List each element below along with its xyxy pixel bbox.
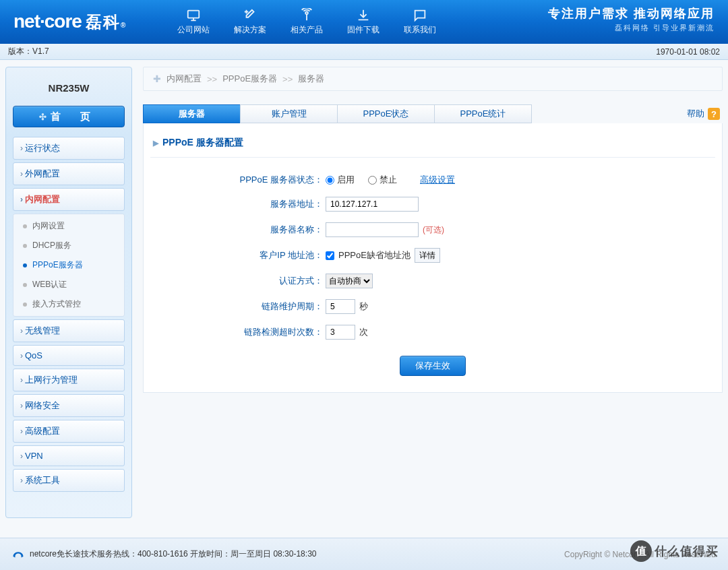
chevron-right-icon: › <box>20 195 23 204</box>
slogan: 专注用户需求 推动网络应用 磊科网络 引导业界新潮流 <box>548 5 715 33</box>
sidebar-item-behavior[interactable]: ›上网行为管理 <box>13 369 125 391</box>
footer: netcore免长途技术服务热线：400-810-1616 开放时间：周一至周日… <box>0 538 728 570</box>
sidebar-sub-label: DHCP服务 <box>32 240 71 251</box>
sidebar-item-wireless[interactable]: ›无线管理 <box>13 319 125 342</box>
crumb-sep: >> <box>207 74 217 84</box>
sidebar-sub-label: 接入方式管控 <box>32 298 81 310</box>
brand-cn: 磊科 <box>86 11 121 33</box>
panel-title: ▶ PPPoE 服务器配置 <box>150 134 715 158</box>
tab-status[interactable]: PPPoE状态 <box>337 104 435 123</box>
tab-server[interactable]: 服务器 <box>143 104 241 123</box>
row-auth: 认证方式： 自动协商 <box>150 274 715 288</box>
row-server-name: 服务器名称： (可选) <box>150 222 715 237</box>
brand-reg: ® <box>121 22 125 29</box>
row-timeout: 链路检测超时次数： 次 <box>150 325 715 340</box>
sidebar-sub-label: 内网设置 <box>32 220 65 232</box>
chevron-right-icon: › <box>20 375 23 385</box>
home-button[interactable]: ✣ 首 页 <box>13 106 125 127</box>
topnav-products[interactable]: 相关产品 <box>278 4 335 40</box>
form: PPPoE 服务器状态： 启用 禁止 高级设置 服务器地址： 服务器名称： ( <box>150 158 715 376</box>
sidebar-item-lan[interactable]: ›内网配置 <box>13 188 125 211</box>
panel: ▶ PPPoE 服务器配置 PPPoE 服务器状态： 启用 禁止 高级设置 服务… <box>143 123 723 393</box>
sidebar-item-label: 运行状态 <box>25 142 60 154</box>
server-addr-input[interactable] <box>326 197 419 212</box>
sidebar-item-security[interactable]: ›网络安全 <box>13 394 125 417</box>
radio-disable[interactable]: 禁止 <box>368 174 397 186</box>
row-keepalive: 链路维护周期： 秒 <box>150 299 715 314</box>
model-label: NR235W <box>10 73 127 106</box>
datetime-label: 1970-01-01 08:02 <box>656 47 720 57</box>
radio-disable-input[interactable] <box>368 176 377 185</box>
chevron-right-icon: › <box>20 401 23 410</box>
antenna-icon <box>299 8 314 23</box>
topnav-label: 相关产品 <box>291 24 323 36</box>
main-area: NR235W ✣ 首 页 ›运行状态 ›外网配置 ›内网配置 内网设置 DHCP… <box>0 60 728 518</box>
tab-accounts[interactable]: 账户管理 <box>240 104 338 123</box>
sidebar-item-advanced[interactable]: ›高级配置 <box>13 420 125 443</box>
chevron-right-icon: › <box>20 476 23 485</box>
radio-enable-input[interactable] <box>326 176 334 185</box>
sidebar-item-wan[interactable]: ›外网配置 <box>13 162 125 185</box>
pool-detail-button[interactable]: 详情 <box>415 248 440 263</box>
pool-label: 客户IP 地址池： <box>150 249 326 261</box>
home-label: 首 页 <box>51 110 98 123</box>
sidebar-item-label: 内网配置 <box>25 193 60 205</box>
pool-checkbox[interactable] <box>326 251 334 260</box>
sidebar-item-label: 外网配置 <box>25 168 60 180</box>
keepalive-input[interactable] <box>326 299 355 314</box>
chevron-right-icon: › <box>20 169 23 179</box>
save-row: 保存生效 <box>150 356 715 376</box>
topnav-label: 公司网站 <box>177 24 210 36</box>
sidebar-item-qos[interactable]: ›QoS <box>13 345 125 366</box>
keepalive-label: 链路维护周期： <box>150 300 326 313</box>
optional-label: (可选) <box>423 224 444 236</box>
topnav-label: 联系我们 <box>404 24 436 36</box>
radio-enable[interactable]: 启用 <box>326 174 355 186</box>
panel-title-text: PPPoE 服务器配置 <box>162 137 243 149</box>
help-link[interactable]: 帮助 ? <box>687 108 723 120</box>
tab-label: 账户管理 <box>272 108 307 120</box>
topnav-firmware[interactable]: 固件下载 <box>335 4 392 40</box>
keepalive-unit: 秒 <box>359 300 368 313</box>
auth-select[interactable]: 自动协商 <box>326 274 373 288</box>
topnav-label: 解决方案 <box>234 24 266 36</box>
timeout-unit: 次 <box>359 326 368 338</box>
tab-label: 服务器 <box>179 108 205 120</box>
advanced-link[interactable]: 高级设置 <box>420 174 455 186</box>
phone-icon <box>12 550 24 559</box>
plus-icon: ✣ <box>39 112 47 122</box>
topnav-contact[interactable]: 联系我们 <box>392 4 448 40</box>
sidebar-sub-access[interactable]: 接入方式管控 <box>13 294 124 314</box>
copyright-text: CopyRight © Netcore. All Rights Reserved <box>564 550 716 559</box>
crumb-pppoe[interactable]: PPPoE服务器 <box>222 73 277 85</box>
topnav-solution[interactable]: 解决方案 <box>222 4 278 40</box>
tab-label: PPPoE状态 <box>363 108 409 120</box>
sidebar-sub-pppoe[interactable]: PPPoE服务器 <box>13 255 124 275</box>
sidebar-sub-dhcp[interactable]: DHCP服务 <box>13 236 124 255</box>
crumb-lan[interactable]: 内网配置 <box>166 73 202 85</box>
sidebar-sub-lansetting[interactable]: 内网设置 <box>13 216 124 236</box>
timeout-input[interactable] <box>326 325 355 340</box>
auth-label: 认证方式： <box>150 275 326 287</box>
sidebar-item-vpn[interactable]: ›VPN <box>13 445 125 466</box>
sub-bar: 版本：V1.7 1970-01-01 08:02 <box>0 44 728 60</box>
crumb-sep: >> <box>282 74 293 84</box>
server-name-input[interactable] <box>326 222 419 237</box>
tab-stats[interactable]: PPPoE统计 <box>434 104 532 123</box>
dot-icon <box>23 283 27 287</box>
chevron-right-icon: › <box>20 451 23 461</box>
tabs-row: 服务器 账户管理 PPPoE状态 PPPoE统计 帮助 ? <box>143 104 723 123</box>
row-server-addr: 服务器地址： <box>150 197 715 212</box>
save-button[interactable]: 保存生效 <box>400 356 466 376</box>
sidebar-item-label: 网络安全 <box>25 400 60 412</box>
chevron-right-icon: › <box>20 426 23 436</box>
radio-enable-label: 启用 <box>337 174 355 186</box>
sidebar-item-system[interactable]: ›系统工具 <box>13 469 125 492</box>
sidebar-item-label: 高级配置 <box>25 425 60 437</box>
chevron-right-icon: › <box>20 351 23 360</box>
content-area: ✚ 内网配置 >> PPPoE服务器 >> 服务器 服务器 账户管理 PPPoE… <box>143 67 723 518</box>
topnav-company[interactable]: 公司网站 <box>165 4 222 40</box>
sidebar-sub-webauth[interactable]: WEB认证 <box>13 275 124 294</box>
tools-icon <box>243 8 257 23</box>
sidebar-item-status[interactable]: ›运行状态 <box>13 137 125 160</box>
